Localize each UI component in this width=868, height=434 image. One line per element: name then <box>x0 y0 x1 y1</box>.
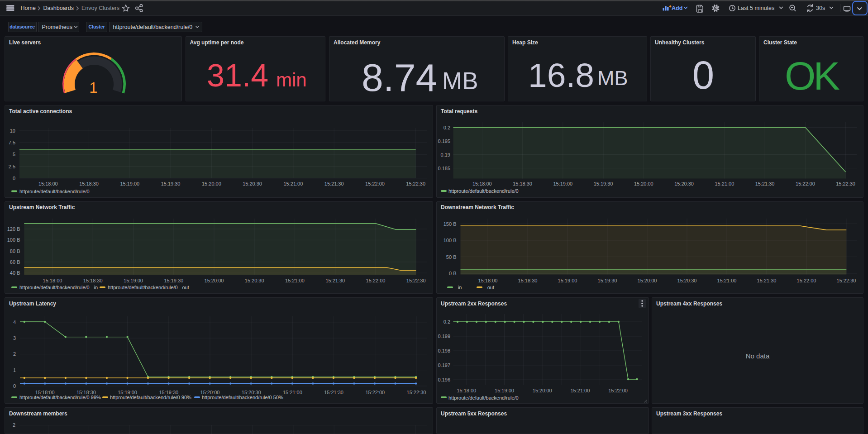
svg-text:httproute/default/backend/rule: httproute/default/backend/rule/0 <box>19 189 90 194</box>
svg-text:15:22:30: 15:22:30 <box>406 278 426 283</box>
svg-text:15:21:00: 15:21:00 <box>715 181 734 186</box>
svg-text:MB: MB <box>442 67 478 94</box>
svg-text:15:21:00: 15:21:00 <box>283 181 303 186</box>
svg-text:15:18:00: 15:18:00 <box>457 388 476 393</box>
svg-text:15:20:30: 15:20:30 <box>243 181 262 186</box>
svg-text:0.195: 0.195 <box>438 138 450 144</box>
svg-text:0.198: 0.198 <box>438 348 450 353</box>
svg-text:Live servers: Live servers <box>9 39 41 46</box>
svg-text:Last 5 minutes: Last 5 minutes <box>738 5 774 11</box>
svg-text:15:20:00: 15:20:00 <box>533 388 552 393</box>
svg-text:15:19:00: 15:19:00 <box>120 181 139 186</box>
svg-text:0: 0 <box>13 176 15 181</box>
svg-text:15:19:30: 15:19:30 <box>598 278 617 283</box>
svg-text:Upstream 2xx Responses: Upstream 2xx Responses <box>441 300 507 307</box>
svg-text:Prometheus: Prometheus <box>42 24 72 30</box>
svg-text:min: min <box>276 69 307 91</box>
svg-text:150 B: 150 B <box>444 221 457 227</box>
svg-text:15:22:00: 15:22:00 <box>797 278 816 283</box>
svg-text:2: 2 <box>13 422 15 428</box>
svg-text:httproute/default/backend/rule: httproute/default/backend/rule/0 <box>448 395 519 401</box>
svg-text:httproute/default/backend/rule: httproute/default/backend/rule/0 <box>448 188 519 194</box>
svg-text:15:20:30: 15:20:30 <box>674 181 694 186</box>
svg-text:15:21:00: 15:21:00 <box>285 278 305 283</box>
svg-text:80 B: 80 B <box>10 248 20 254</box>
svg-text:100 B: 100 B <box>444 238 457 243</box>
svg-text:15:18:30: 15:18:30 <box>518 278 538 283</box>
svg-text:2: 2 <box>13 351 16 357</box>
svg-text:30s: 30s <box>816 5 825 11</box>
svg-text:15:18:00: 15:18:00 <box>478 278 498 283</box>
svg-text:0.19: 0.19 <box>441 152 450 157</box>
svg-text:15:22:00: 15:22:00 <box>608 388 628 393</box>
svg-text:2.5: 2.5 <box>9 164 15 169</box>
svg-text:Downstream Network Traffic: Downstream Network Traffic <box>441 204 514 210</box>
svg-text:15:18:30: 15:18:30 <box>513 181 532 186</box>
svg-text:15:22:00: 15:22:00 <box>365 390 385 395</box>
svg-text:15:20:30: 15:20:30 <box>245 278 264 283</box>
svg-text:httproute/default/backend/rule: httproute/default/backend/rule/0 90% <box>110 395 191 400</box>
svg-text:5: 5 <box>13 152 15 157</box>
svg-text:Upstream Latency: Upstream Latency <box>9 300 56 307</box>
svg-text:15:18:00: 15:18:00 <box>38 181 58 186</box>
svg-text:15:20:30: 15:20:30 <box>677 278 697 283</box>
svg-text:httproute/default/backend/rule: httproute/default/backend/rule/0 99% <box>19 395 101 400</box>
svg-text:Unhealthy Clusters: Unhealthy Clusters <box>655 39 705 46</box>
svg-text:16.8: 16.8 <box>528 56 594 94</box>
svg-text:15:20:00: 15:20:00 <box>634 181 653 186</box>
svg-text:OK: OK <box>785 53 839 98</box>
svg-text:httproute/default/backend/rule: httproute/default/backend/rule/0 - out <box>108 285 189 290</box>
svg-text:Dashboards: Dashboards <box>43 5 74 11</box>
svg-text:0.197: 0.197 <box>438 362 450 368</box>
svg-text:15:20:00: 15:20:00 <box>638 278 657 283</box>
svg-text:Cluster: Cluster <box>88 24 105 29</box>
svg-text:httproute/default/backend/rule: httproute/default/backend/rule/0 <box>113 24 193 30</box>
svg-text:15:22:00: 15:22:00 <box>366 278 386 283</box>
svg-text:15:18:00: 15:18:00 <box>43 278 62 283</box>
svg-text:datasource: datasource <box>10 24 35 29</box>
svg-text:Allocated Memory: Allocated Memory <box>334 39 381 46</box>
svg-text:1: 1 <box>89 79 97 96</box>
svg-text:15:18:00: 15:18:00 <box>472 181 492 186</box>
svg-text:0: 0 <box>13 383 16 389</box>
svg-text:15:21:00: 15:21:00 <box>717 278 737 283</box>
svg-text:Heap Size: Heap Size <box>512 39 538 46</box>
svg-text:Cluster State: Cluster State <box>763 39 797 46</box>
svg-text:1: 1 <box>13 367 16 373</box>
svg-text:Upstream 5xx Responses: Upstream 5xx Responses <box>441 410 507 417</box>
svg-text:15:22:30: 15:22:30 <box>407 390 426 395</box>
svg-text:Upstream 4xx Responses: Upstream 4xx Responses <box>656 300 722 307</box>
svg-text:15:21:00: 15:21:00 <box>283 390 302 395</box>
svg-text:- in: - in <box>455 285 462 290</box>
svg-text:15:21:30: 15:21:30 <box>757 278 777 283</box>
svg-text:10: 10 <box>10 128 15 134</box>
svg-text:Total requests: Total requests <box>441 108 477 114</box>
svg-text:15:22:30: 15:22:30 <box>406 181 425 186</box>
svg-text:0.196: 0.196 <box>438 377 450 382</box>
svg-text:Total active connections: Total active connections <box>9 108 72 114</box>
svg-text:8.74: 8.74 <box>362 56 437 99</box>
svg-text:Home: Home <box>21 5 36 11</box>
svg-text:15:21:30: 15:21:30 <box>755 181 775 186</box>
svg-text:7.5: 7.5 <box>9 140 15 145</box>
svg-text:0.199: 0.199 <box>438 334 450 339</box>
svg-text:15:19:00: 15:19:00 <box>124 278 143 283</box>
svg-text:50 B: 50 B <box>446 254 457 260</box>
svg-text:Avg uptime per node: Avg uptime per node <box>190 39 244 46</box>
svg-text:15:19:00: 15:19:00 <box>553 181 572 186</box>
svg-text:15:18:30: 15:18:30 <box>79 181 99 186</box>
svg-text:120 B: 120 B <box>7 226 20 232</box>
svg-text:15:20:00: 15:20:00 <box>202 181 221 186</box>
svg-text:15:19:30: 15:19:30 <box>161 181 181 186</box>
svg-text:15:21:30: 15:21:30 <box>325 278 345 283</box>
svg-text:15:21:30: 15:21:30 <box>324 390 343 395</box>
svg-text:Add: Add <box>672 5 682 11</box>
svg-text:15:20:00: 15:20:00 <box>205 278 224 283</box>
svg-text:0.2: 0.2 <box>444 125 450 130</box>
svg-text:15:21:00: 15:21:00 <box>570 388 590 393</box>
svg-text:MB: MB <box>597 67 628 90</box>
svg-text:4: 4 <box>13 320 16 325</box>
svg-text:15:22:30: 15:22:30 <box>837 278 856 283</box>
svg-text:15:22:00: 15:22:00 <box>796 181 815 186</box>
svg-text:100 B: 100 B <box>7 237 20 243</box>
